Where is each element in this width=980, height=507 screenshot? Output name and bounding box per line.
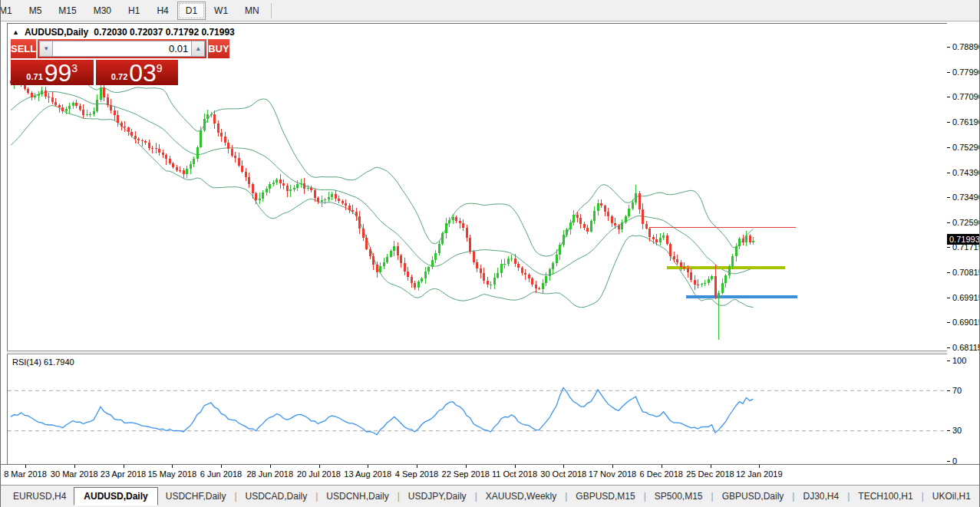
candle-body [296, 184, 299, 188]
candle-body [469, 238, 471, 252]
tab-sp500-m15[interactable]: SP500,M15 [647, 487, 711, 505]
candle-body [241, 166, 243, 173]
timeframe-button-m1[interactable]: M1 [1, 2, 21, 20]
rsi-axis-label: 30 [952, 426, 962, 435]
candle-body [293, 188, 295, 189]
date-axis[interactable]: 8 Mar 201830 Mar 201823 Apr 201815 May 2… [1, 464, 980, 486]
tab-usdcad-daily[interactable]: USDCAD,Daily [238, 487, 315, 505]
date-axis-label: 20 Jul 2018 [297, 469, 341, 479]
rsi-line [11, 387, 754, 435]
candle-body [165, 155, 167, 159]
volume-decrease-button[interactable]: ▼ [39, 41, 53, 57]
tab-gbpusd-daily[interactable]: GBPUSD,Daily [714, 487, 792, 505]
sell-price-tile[interactable]: 0.71 99 3 [11, 60, 94, 85]
buy-button[interactable]: BUY [208, 39, 229, 58]
candle-body [393, 246, 395, 251]
chevron-up-icon: ▲ [195, 45, 201, 52]
candle-body [217, 123, 219, 133]
rsi-axis-label: 70 [952, 386, 962, 395]
candle-body [144, 141, 147, 143]
candle-body [642, 209, 644, 224]
timeframe-button-h1[interactable]: H1 [120, 2, 148, 20]
tab-usdjpy-daily[interactable]: USDJPY,Daily [401, 487, 474, 505]
candle-body [531, 278, 533, 285]
candle-body [307, 188, 309, 189]
candle-body [466, 228, 468, 238]
candle-body [54, 102, 57, 105]
candle-body [75, 103, 78, 106]
date-axis-tick [417, 465, 417, 468]
timeframe-button-m30[interactable]: M30 [85, 2, 120, 20]
candle-body [618, 226, 620, 229]
sell-button[interactable]: SELL [11, 39, 36, 58]
price-axis[interactable]: 0.788900.779900.770900.761900.752900.743… [947, 23, 980, 464]
date-axis-label: 11 Oct 2018 [492, 469, 537, 479]
timeframe-button-m15[interactable]: M15 [50, 2, 84, 20]
candle-body [45, 91, 47, 97]
date-axis-tick [270, 465, 271, 468]
candle-body [590, 221, 592, 232]
rsi-chart[interactable] [8, 354, 947, 464]
candle-body [487, 281, 489, 285]
candle-body [82, 110, 84, 115]
candle-body [27, 89, 29, 93]
candle-body [269, 184, 271, 189]
timeframe-button-mn[interactable]: MN [236, 2, 268, 20]
timeframe-button-d1[interactable]: D1 [177, 2, 206, 20]
price-axis-label: 0.77090 [952, 92, 980, 101]
candle-body [259, 199, 261, 201]
candle-body [493, 278, 496, 285]
date-axis-label: 30 Mar 2018 [51, 469, 98, 479]
price-axis-tick [947, 197, 950, 198]
candle-body [694, 280, 696, 285]
candle-body [100, 87, 102, 100]
timeframe-button-m5[interactable]: M5 [21, 2, 51, 20]
volume-increase-button[interactable]: ▲ [191, 41, 205, 57]
candle-body [510, 258, 513, 259]
tab-usdcnh-daily[interactable]: USDCNH,Daily [318, 487, 396, 505]
buy-price-tile[interactable]: 0.72 03 9 [96, 60, 179, 85]
candle-body [708, 279, 710, 282]
chevron-down-icon: ▼ [43, 45, 49, 52]
timeframe-button-w1[interactable]: W1 [206, 2, 236, 20]
chart-symbol-label: AUDUSD,Daily [25, 27, 88, 38]
tab-audusd-daily[interactable]: AUDUSD,Daily [74, 487, 157, 505]
tab-eurusd-h4[interactable]: EURUSD,H4 [5, 487, 74, 505]
candle-body [300, 183, 302, 184]
price-axis-label: 0.69015 [952, 318, 980, 327]
candle-body [718, 293, 720, 298]
candle-body [210, 114, 213, 115]
candle-body [559, 245, 561, 255]
bollinger-lower-band [11, 106, 754, 308]
candle-body [638, 193, 641, 209]
candle-body [556, 255, 558, 263]
candle-body [252, 184, 254, 193]
bollinger-upper-band [11, 69, 754, 256]
tab-ukoil-h1[interactable]: UKOil,H1 [925, 487, 978, 505]
volume-input[interactable] [53, 41, 191, 57]
candle-body [483, 273, 485, 281]
candle-body [276, 179, 278, 183]
candle-body [524, 273, 526, 275]
candle-body [704, 283, 706, 285]
price-axis-label: 0.75290 [952, 143, 980, 152]
tab-usdchf-daily[interactable]: USDCHF,Daily [158, 487, 234, 505]
candle-body [34, 96, 36, 97]
timeframe-button-h4[interactable]: H4 [148, 2, 177, 20]
tab-gbpusd-m15[interactable]: GBPUSD,M15 [568, 487, 642, 505]
tab-xauusd-weekly[interactable]: XAUUSD,Weekly [478, 487, 564, 505]
tab-dj30-h4[interactable]: DJ30,H4 [795, 487, 846, 505]
price-pane[interactable]: ▲ AUDUSD,Daily 0.72030 0.72037 0.71792 0… [7, 23, 948, 351]
price-axis-tick [947, 322, 950, 323]
candle-body [310, 188, 312, 190]
candle-body [635, 193, 637, 202]
rsi-pane[interactable]: RSI(14) 61.7940 [7, 354, 948, 465]
candle-body [255, 193, 257, 201]
candle-body [282, 183, 285, 186]
date-axis-tick [612, 465, 613, 468]
tab-tech100-h1[interactable]: TECH100,H1 [850, 487, 920, 505]
candle-body [628, 209, 630, 217]
candle-body [193, 159, 195, 164]
candle-body [448, 220, 450, 222]
candle-body [659, 238, 662, 242]
